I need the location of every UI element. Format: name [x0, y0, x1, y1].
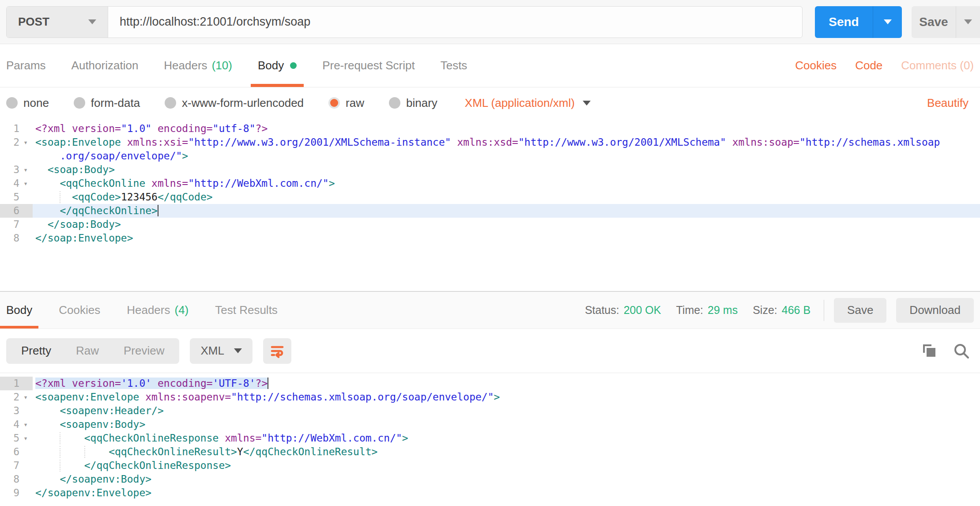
code-line: 6 </qqCheckOnline>: [0, 204, 980, 218]
code-line: 5 <qqCode>123456</qqCode>: [0, 190, 980, 204]
tab-label: Tests: [441, 59, 467, 72]
tab-headers[interactable]: Headers (10): [164, 44, 232, 87]
save-button[interactable]: Save: [912, 6, 956, 38]
line-number: 3: [0, 163, 19, 177]
code-line: 9</soapenv:Envelope>: [0, 486, 980, 500]
search-icon: [953, 342, 970, 360]
radio-label: x-www-form-urlencoded: [182, 96, 304, 110]
view-preview[interactable]: Preview: [111, 344, 177, 358]
body-type-none[interactable]: none: [6, 96, 49, 110]
response-format-select[interactable]: XML: [190, 338, 252, 364]
response-status-area: Status: 200 OK Time: 29 ms Size: 466 B S…: [585, 292, 974, 329]
send-button-group: Send: [815, 6, 902, 38]
save-options-button[interactable]: [956, 6, 980, 38]
line-number: 9: [0, 486, 19, 500]
url-input[interactable]: [108, 7, 802, 38]
radio-icon: [6, 97, 18, 109]
indent-guide: [84, 446, 85, 458]
request-body-editor[interactable]: 1<?xml version="1.0" encoding="utf-8"?>2…: [0, 118, 980, 291]
headers-count-badge: (10): [212, 59, 232, 72]
body-type-binary[interactable]: binary: [389, 96, 437, 110]
copy-response-button[interactable]: [921, 342, 938, 360]
line-number: 6: [0, 445, 19, 459]
line-number: 3: [0, 404, 19, 418]
fold-toggle-icon[interactable]: ▾: [19, 177, 32, 190]
size-value: 466 B: [782, 304, 810, 317]
tab-body[interactable]: Body: [258, 44, 297, 87]
radio-label: form-data: [91, 96, 140, 110]
radio-label: binary: [406, 96, 437, 110]
code-line: .org/soap/envelope/">: [0, 149, 980, 163]
response-body-editor[interactable]: 1<?xml version='1.0' encoding='UTF-8'?>2…: [0, 373, 980, 506]
response-tab-headers[interactable]: Headers (4): [127, 292, 188, 329]
code-link[interactable]: Code: [855, 59, 882, 72]
response-view-switch: Pretty Raw Preview: [6, 338, 179, 364]
request-url-bar: POST Send Save: [0, 0, 980, 44]
radio-icon: [165, 97, 176, 109]
code-line: 3▾ <soap:Body>: [0, 163, 980, 177]
content-type-select[interactable]: XML (application/xml): [465, 96, 591, 110]
cookies-link[interactable]: Cookies: [795, 59, 837, 72]
divider: [824, 300, 824, 321]
view-pretty[interactable]: Pretty: [9, 344, 64, 358]
radio-label: none: [23, 96, 49, 110]
indent-guide: [60, 460, 60, 472]
time-label: Time:: [676, 304, 703, 317]
body-type-form-data[interactable]: form-data: [74, 96, 140, 110]
code-line: 4▾ <qqCheckOnline xmlns="http://WebXml.c…: [0, 177, 980, 190]
line-number: 8: [0, 231, 19, 245]
line-number: 4: [0, 418, 19, 431]
indent-guide: [60, 191, 60, 203]
send-options-button[interactable]: [873, 6, 902, 38]
fold-toggle-icon[interactable]: ▾: [19, 418, 32, 431]
method-select[interactable]: POST: [7, 7, 108, 38]
response-tab-cookies[interactable]: Cookies: [59, 292, 100, 329]
beautify-link[interactable]: Beautify: [927, 96, 974, 110]
tab-label: Test Results: [215, 303, 278, 317]
wrap-text-icon: [268, 342, 286, 360]
radio-icon: [389, 97, 400, 109]
text-cursor: [158, 205, 158, 216]
tab-params[interactable]: Params: [6, 44, 46, 87]
method-label: POST: [18, 15, 49, 29]
tab-label: Headers: [127, 303, 170, 317]
radio-icon: [74, 97, 85, 109]
line-number: 7: [0, 218, 19, 231]
radio-selected-icon: [328, 97, 340, 109]
request-tabs-row: Params Authorization Headers (10) Body P…: [0, 44, 980, 87]
wrap-text-button[interactable]: [263, 338, 291, 364]
request-links: Cookies Code Comments (0): [795, 44, 974, 87]
body-type-urlencoded[interactable]: x-www-form-urlencoded: [165, 96, 304, 110]
download-response-button[interactable]: Download: [896, 298, 974, 323]
tab-label: Pre-request Script: [322, 59, 415, 72]
tab-label: Headers: [164, 59, 207, 72]
code-line: 1<?xml version="1.0" encoding="utf-8"?>: [0, 122, 980, 136]
line-number: 8: [0, 472, 19, 486]
body-content-dot-icon: [290, 62, 297, 69]
send-button[interactable]: Send: [815, 6, 873, 38]
body-type-raw[interactable]: raw: [328, 96, 364, 110]
code-line: 1<?xml version='1.0' encoding='UTF-8'?>: [0, 377, 980, 390]
line-number: 5: [0, 431, 19, 445]
tab-label: Body: [6, 303, 32, 317]
tab-pre-request-script[interactable]: Pre-request Script: [322, 44, 415, 87]
response-tab-test-results[interactable]: Test Results: [215, 292, 278, 329]
code-line: 8</soap:Envelope>: [0, 231, 980, 245]
radio-label: raw: [346, 96, 364, 110]
tab-tests[interactable]: Tests: [441, 44, 467, 87]
code-line: 6 <qqCheckOnlineResult>Y</qqCheckOnlineR…: [0, 445, 980, 459]
save-button-group: Save: [912, 6, 980, 38]
search-response-button[interactable]: [953, 342, 970, 360]
fold-toggle-icon[interactable]: ▾: [19, 136, 32, 149]
tab-authorization[interactable]: Authorization: [72, 44, 139, 87]
comments-link[interactable]: Comments (0): [901, 59, 974, 72]
tab-label: Body: [258, 59, 284, 72]
view-raw[interactable]: Raw: [64, 344, 111, 358]
line-number: 7: [0, 459, 19, 472]
size-label: Size:: [753, 304, 777, 317]
fold-toggle-icon[interactable]: ▾: [19, 431, 32, 445]
fold-toggle-icon[interactable]: ▾: [19, 163, 32, 177]
fold-toggle-icon[interactable]: ▾: [19, 390, 32, 404]
save-response-button[interactable]: Save: [834, 298, 886, 323]
response-tab-body[interactable]: Body: [6, 292, 32, 329]
